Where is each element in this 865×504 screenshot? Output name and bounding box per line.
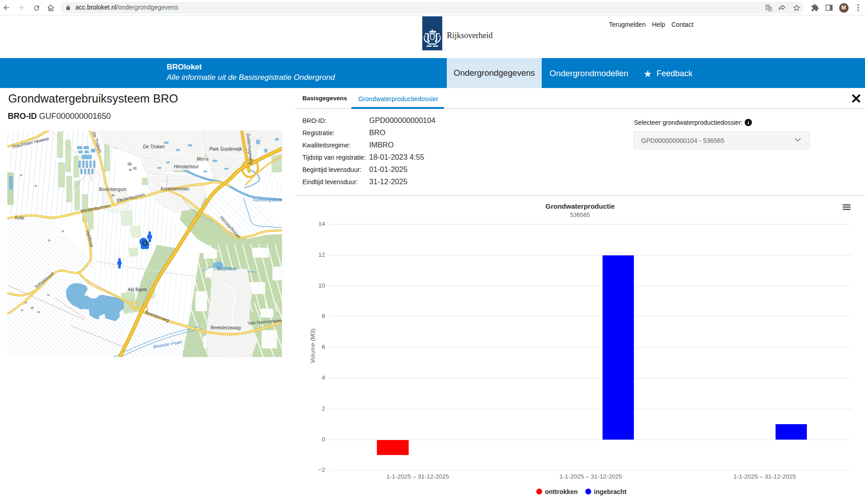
svg-text:Beetsterzwaag: Beetsterzwaag xyxy=(211,325,241,330)
svg-text:De Trisken: De Trisken xyxy=(143,144,165,149)
svg-text:Ald Beets: Ald Beets xyxy=(128,287,147,292)
svg-text:Kortehemmen: Kortehemmen xyxy=(161,186,189,191)
svg-text:Himsterhout: Himsterhout xyxy=(174,164,199,169)
svg-text:Park Suyderwijk: Park Suyderwijk xyxy=(209,147,242,152)
svg-text:Morra: Morra xyxy=(197,157,209,161)
svg-text:Boornbergum: Boornbergum xyxy=(99,187,127,192)
svg-text:Mearsleat: Mearsleat xyxy=(217,266,237,271)
svg-text:Forbiningskanaal: Forbiningskanaal xyxy=(253,197,282,202)
svg-text:Krite: Krite xyxy=(15,215,25,220)
